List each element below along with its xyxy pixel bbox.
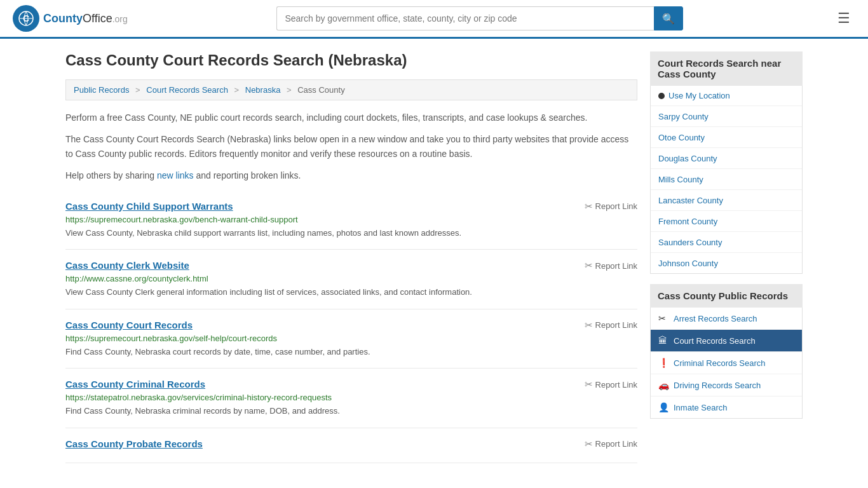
nearby-county-item[interactable]: Sarpy County (651, 106, 802, 127)
use-location-item[interactable]: Use My Location (651, 86, 802, 106)
page-title: Cass County Court Records Search (Nebras… (65, 51, 637, 69)
nearby-county-item[interactable]: Mills County (651, 169, 802, 190)
report-icon: ✂ (585, 320, 593, 331)
record-item: Cass County Child Support Warrants ✂ Rep… (65, 191, 637, 250)
record-title[interactable]: Cass County Probate Records (65, 438, 203, 449)
record-title[interactable]: Cass County Criminal Records (65, 379, 205, 390)
record-item: Cass County Court Records ✂ Report Link … (65, 309, 637, 369)
pubrecords-item[interactable]: ❗ Criminal Records Search (651, 352, 802, 374)
nearby-section: Court Records Search near Cass County Us… (650, 51, 803, 274)
intro-para3-post: and reporting broken links. (194, 170, 301, 180)
report-link-btn[interactable]: ✂ Report Link (585, 379, 637, 390)
public-records-section: Cass County Public Records ✂ Arrest Reco… (650, 284, 803, 419)
intro-para3: Help others by sharing new links and rep… (65, 168, 637, 182)
nearby-county-link[interactable]: Mills County (658, 175, 703, 184)
report-link-btn[interactable]: ✂ Report Link (585, 201, 637, 212)
intro-para1: Perform a free Cass County, NE public co… (65, 111, 637, 125)
breadcrumb-sep-1: > (135, 85, 140, 95)
breadcrumb-court-records[interactable]: Court Records Search (146, 85, 228, 95)
nearby-county-item[interactable]: Lancaster County (651, 190, 802, 211)
pubrecords-icon: 👤 (658, 402, 668, 412)
search-area: 🔍 (276, 6, 683, 30)
record-desc: View Cass County Clerk general informati… (65, 286, 637, 299)
record-title[interactable]: Cass County Court Records (65, 320, 193, 330)
record-header: Cass County Child Support Warrants ✂ Rep… (65, 201, 637, 212)
new-links-link[interactable]: new links (157, 170, 194, 180)
use-location-link[interactable]: Use My Location (668, 91, 730, 100)
record-title[interactable]: Cass County Clerk Website (65, 260, 189, 271)
report-link-btn[interactable]: ✂ Report Link (585, 438, 637, 450)
nearby-county-link[interactable]: Douglas County (658, 154, 717, 163)
report-icon: ✂ (585, 260, 593, 271)
record-header: Cass County Probate Records ✂ Report Lin… (65, 438, 637, 450)
pubrecords-item[interactable]: ✂ Arrest Records Search (651, 308, 802, 330)
logo-wordmark: CountyOffice.org (43, 12, 128, 25)
record-header: Cass County Clerk Website ✂ Report Link (65, 260, 637, 271)
logo-icon: C (13, 5, 39, 32)
nearby-county-item[interactable]: Saunders County (651, 232, 802, 253)
nearby-county-link[interactable]: Otoe County (658, 133, 705, 142)
record-title[interactable]: Cass County Child Support Warrants (65, 201, 233, 212)
pubrecords-link[interactable]: Driving Records Search (674, 381, 761, 390)
record-header: Cass County Court Records ✂ Report Link (65, 320, 637, 331)
pubrecords-icon: ✂ (658, 313, 668, 323)
search-button[interactable]: 🔍 (654, 6, 683, 30)
nearby-county-link[interactable]: Sarpy County (658, 112, 709, 121)
main-content: Cass County Court Records Search (Nebras… (53, 39, 815, 463)
breadcrumb-nebraska[interactable]: Nebraska (245, 85, 281, 95)
pubrecords-item[interactable]: 🏛 Court Records Search (651, 330, 802, 352)
nearby-title: Court Records Search near Cass County (650, 51, 803, 86)
record-desc: View Cass County, Nebraska child support… (65, 227, 637, 240)
pubrecords-link[interactable]: Court Records Search (674, 336, 756, 346)
menu-button[interactable]: ☰ (832, 8, 855, 29)
header: C CountyOffice.org 🔍 ☰ (0, 0, 868, 39)
breadcrumb-sep-2: > (234, 85, 240, 95)
record-item: Cass County Criminal Records ✂ Report Li… (65, 369, 637, 428)
record-url[interactable]: https://supremecourt.nebraska.gov/bench-… (65, 215, 637, 224)
pubrecords-icon: 🚗 (658, 380, 668, 390)
nearby-county-link[interactable]: Johnson County (658, 259, 718, 268)
pubrecords-link[interactable]: Inmate Search (674, 403, 728, 412)
nearby-county-link[interactable]: Saunders County (658, 238, 722, 247)
report-icon: ✂ (585, 438, 593, 450)
pubrecords-title: Cass County Public Records (650, 284, 803, 308)
record-item: Cass County Probate Records ✂ Report Lin… (65, 428, 637, 463)
pubrecords-item[interactable]: 🚗 Driving Records Search (651, 374, 802, 396)
report-icon: ✂ (585, 201, 593, 212)
pubrecords-link[interactable]: Criminal Records Search (674, 358, 766, 368)
nearby-county-link[interactable]: Lancaster County (658, 196, 723, 205)
nearby-county-item[interactable]: Johnson County (651, 253, 802, 273)
record-desc: Find Cass County, Nebraska criminal reco… (65, 405, 637, 417)
nearby-counties-list: Use My Location Sarpy CountyOtoe CountyD… (650, 86, 803, 274)
record-item: Cass County Clerk Website ✂ Report Link … (65, 250, 637, 309)
record-header: Cass County Criminal Records ✂ Report Li… (65, 379, 637, 390)
pubrecords-item[interactable]: 👤 Inmate Search (651, 396, 802, 418)
pubrecords-link[interactable]: Arrest Records Search (674, 314, 757, 323)
report-icon: ✂ (585, 379, 593, 390)
location-dot-icon (658, 93, 665, 99)
record-url[interactable]: http://www.cassne.org/countyclerk.html (65, 274, 637, 283)
content-area: Cass County Court Records Search (Nebras… (65, 51, 637, 463)
nearby-county-item[interactable]: Otoe County (651, 127, 802, 148)
intro-para2: The Cass County Court Records Search (Ne… (65, 132, 637, 161)
pubrecords-icon: ❗ (658, 358, 668, 368)
nearby-county-link[interactable]: Fremont County (658, 217, 717, 226)
record-url[interactable]: https://supremecourt.nebraska.gov/self-h… (65, 334, 637, 343)
report-link-btn[interactable]: ✂ Report Link (585, 260, 637, 271)
search-input[interactable] (276, 6, 654, 30)
report-link-btn[interactable]: ✂ Report Link (585, 320, 637, 331)
nearby-county-item[interactable]: Douglas County (651, 148, 802, 169)
records-list: Cass County Child Support Warrants ✂ Rep… (65, 191, 637, 463)
breadcrumb: Public Records > Court Records Search > … (65, 79, 637, 100)
intro-para3-pre: Help others by sharing (65, 170, 157, 180)
record-url[interactable]: https://statepatrol.nebraska.gov/service… (65, 393, 637, 402)
logo[interactable]: C CountyOffice.org (13, 5, 128, 32)
nearby-county-item[interactable]: Fremont County (651, 211, 802, 232)
record-desc: Find Cass County, Nebraska court records… (65, 346, 637, 358)
public-records-list: ✂ Arrest Records Search 🏛 Court Records … (650, 308, 803, 419)
breadcrumb-public-records[interactable]: Public Records (74, 85, 129, 95)
breadcrumb-current: Cass County (297, 85, 344, 95)
breadcrumb-sep-3: > (287, 85, 292, 95)
pubrecords-icon: 🏛 (658, 336, 668, 346)
sidebar: Court Records Search near Cass County Us… (650, 51, 803, 463)
